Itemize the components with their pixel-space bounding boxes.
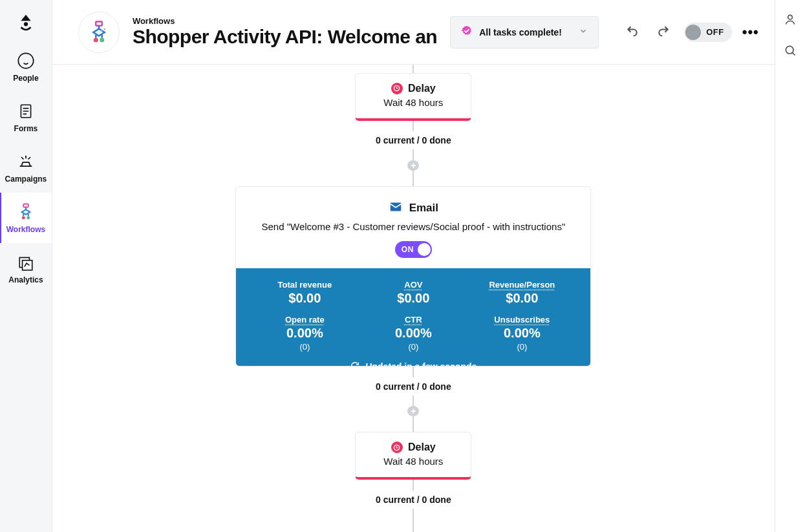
mail-icon	[389, 200, 403, 217]
toggle-knob	[685, 25, 701, 40]
delay-node[interactable]: Delay Wait 48 hours	[355, 432, 471, 480]
sidebar-item-label: Forms	[14, 124, 38, 133]
stat-sub: (0)	[467, 342, 576, 352]
svg-rect-7	[23, 261, 32, 270]
delay-node[interactable]: Delay Wait 48 hours	[355, 73, 471, 121]
workflows-icon	[16, 202, 36, 222]
stat-label: AOV	[359, 280, 467, 290]
undo-button[interactable]	[622, 21, 643, 44]
delay-desc: Wait 48 hours	[367, 456, 459, 467]
svg-point-0	[25, 23, 27, 25]
tasks-dropdown[interactable]: All tasks complete!	[450, 16, 599, 48]
sidebar-item-analytics[interactable]: Analytics	[0, 243, 52, 293]
sidebar-item-people[interactable]: People	[0, 41, 52, 92]
workflow-avatar	[78, 12, 120, 53]
svg-point-1	[18, 53, 33, 68]
add-step-button[interactable]: +	[407, 160, 419, 171]
svg-point-10	[100, 37, 104, 42]
stat-label: CTR	[359, 315, 467, 325]
analytics-icon	[17, 252, 34, 273]
chevron-down-icon	[579, 27, 588, 38]
account-button[interactable]	[784, 13, 797, 28]
search-button[interactable]	[784, 44, 797, 59]
email-node-title: Email	[409, 202, 438, 215]
node-status: 0 current / 0 done	[376, 381, 451, 392]
stat-label: Revenue/Person	[467, 280, 576, 290]
svg-point-5	[27, 216, 30, 219]
stat-label: Open rate	[250, 315, 359, 325]
tasks-label: All tasks complete!	[479, 27, 562, 37]
sidebar-item-label: Campaigns	[5, 175, 47, 184]
campaigns-icon	[17, 151, 35, 172]
delay-title: Delay	[408, 442, 436, 453]
sidebar: People Forms Campaigns	[0, 0, 52, 532]
page-title: Shopper Activity API: Welcome an	[133, 26, 437, 48]
svg-point-9	[94, 37, 98, 42]
clock-icon	[391, 442, 403, 453]
node-status: 0 current / 0 done	[376, 495, 451, 505]
stat-value: 0.00%	[250, 326, 359, 341]
svg-rect-8	[96, 21, 102, 25]
sidebar-item-label: Analytics	[8, 275, 43, 284]
workflow-canvas[interactable]: Delay Wait 48 hours 0 current / 0 done +…	[52, 65, 775, 532]
more-menu-button[interactable]: •••	[742, 24, 759, 41]
delay-title: Delay	[408, 83, 436, 94]
stat-value: 0.00%	[467, 326, 576, 341]
stat-value: 0.00%	[359, 326, 467, 341]
stat-value: $0.00	[250, 291, 359, 306]
people-icon	[17, 50, 35, 71]
stat-sub: (0)	[359, 342, 467, 352]
toggle-label: OFF	[706, 27, 724, 37]
right-rail	[775, 0, 805, 532]
stat-value: $0.00	[467, 291, 576, 306]
header: Workflows Shopper Activity API: Welcome …	[52, 0, 775, 65]
forms-icon	[17, 101, 34, 122]
sidebar-item-forms[interactable]: Forms	[0, 92, 52, 142]
delay-desc: Wait 48 hours	[367, 97, 459, 108]
svg-point-4	[22, 216, 25, 219]
sidebar-item-label: People	[13, 74, 38, 83]
add-step-button[interactable]: +	[407, 406, 419, 416]
refresh-icon	[350, 361, 360, 367]
clock-icon	[391, 83, 403, 94]
toggle-knob	[418, 243, 431, 256]
brand-logo[interactable]	[0, 5, 52, 41]
sidebar-item-workflows[interactable]: Workflows	[0, 193, 52, 243]
workflow-toggle[interactable]: OFF	[684, 23, 732, 42]
email-stats: Total revenue $0.00 AOV $0.00 Revenue/Pe…	[236, 268, 590, 367]
sidebar-item-campaigns[interactable]: Campaigns	[0, 142, 52, 193]
sidebar-item-label: Workflows	[6, 225, 45, 234]
svg-point-15	[786, 46, 793, 54]
node-status: 0 current / 0 done	[376, 135, 451, 145]
svg-point-14	[788, 15, 793, 19]
stat-sub: (0)	[250, 342, 359, 352]
stat-label: Total revenue	[250, 280, 359, 290]
email-node-desc: Send "Welcome #3 - Customer reviews/Soci…	[261, 221, 565, 232]
email-toggle-label: ON	[402, 245, 414, 254]
breadcrumb[interactable]: Workflows	[133, 16, 437, 26]
stat-value: $0.00	[359, 291, 467, 306]
email-toggle[interactable]: ON	[395, 241, 432, 258]
redo-button[interactable]	[653, 21, 674, 44]
stat-label: Unsubscribes	[467, 315, 576, 325]
email-node[interactable]: Email Send "Welcome #3 - Customer review…	[235, 186, 591, 367]
stats-updated: Updated in a few seconds	[365, 361, 477, 367]
check-badge-icon	[461, 25, 473, 39]
svg-rect-3	[23, 204, 28, 207]
